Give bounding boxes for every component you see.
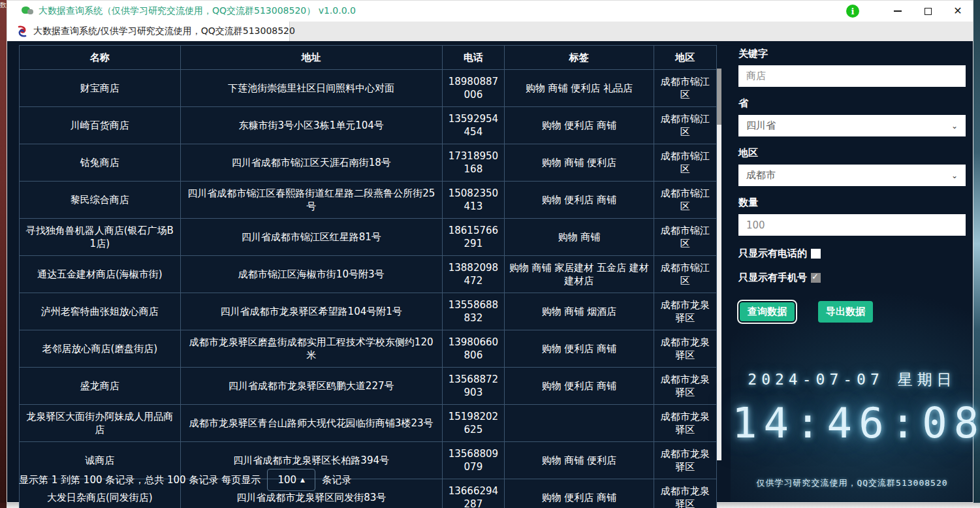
table-scrollbar[interactable]: [717, 69, 721, 460]
table-row[interactable]: 泸州老窖特曲张姐放心商店四川省成都市龙泉驿区希望路104号附1号13558688…: [20, 293, 717, 330]
table-cell: 四川省成都市龙泉驿区希望路104号附1号: [180, 293, 442, 330]
table-row[interactable]: 钴兔商店四川省成都市锦江区天涯石南街18号17318950168购物 商铺 便利…: [20, 144, 717, 182]
table-cell: 下莲池街崇德里社区日间照料中心对面: [180, 70, 442, 107]
tab-bar: 大数据查询系统/仅供学习研究交流使用，QQ交流群513008520: [7, 22, 973, 41]
table-cell: 成都市龙泉驿区磨盘街成都实用工程技术学校东侧约120米: [180, 330, 442, 368]
table-cell: 购物 商铺 便利店 礼品店: [505, 70, 654, 107]
main-content: 名称地址电话标签地区 财宝商店下莲池街崇德里社区日间照料中心对面18980887…: [7, 41, 973, 502]
maximize-button[interactable]: [913, 1, 943, 21]
quantity-input[interactable]: [738, 214, 966, 236]
search-sidebar: 关键字 省 四川省 ⌄ 地区 成都市 ⌄ 数量 只显示有电: [731, 41, 973, 502]
table-cell: 通达五金建材商店(海椒市街): [20, 256, 181, 293]
app-icon: [22, 5, 33, 17]
page-size-select[interactable]: 100 ▲: [267, 469, 315, 491]
column-header: 标签: [505, 46, 654, 70]
column-header: 电话: [442, 46, 504, 70]
table-cell: 13592954454: [442, 107, 504, 144]
region-select[interactable]: 成都市 ⌄: [738, 165, 966, 186]
results-table: 名称地址电话标签地区 财宝商店下莲池街崇德里社区日间照料中心对面18980887…: [19, 45, 717, 508]
mobile-only-checkbox[interactable]: [811, 273, 821, 283]
table-cell: 四川省成都市锦江区春熙路街道红星路二段燕鲁公所街25号: [180, 182, 442, 219]
region-label: 地区: [738, 147, 966, 159]
table-cell: 购物 商铺: [505, 219, 654, 256]
province-value: 四川省: [746, 119, 776, 132]
table-row[interactable]: 老邻居放心商店(磨盘街店)成都市龙泉驿区磨盘街成都实用工程技术学校东侧约120米…: [20, 330, 717, 368]
scrollbar-thumb[interactable]: [717, 69, 721, 125]
table-cell: 四川省成都市锦江区红星路81号: [180, 219, 442, 256]
phone-only-label: 只显示有电话的: [738, 247, 807, 260]
table-cell: 川崎百货商店: [20, 107, 181, 144]
window-title: 大数据查询系统（仅供学习研究交流使用，QQ交流群513008520） v1.0.…: [39, 5, 356, 17]
table-cell: 黎民综合商店: [20, 182, 181, 219]
table-row[interactable]: 川崎百货商店东糠市街3号小区3栋1单元104号13592954454购物 便利店…: [20, 107, 717, 144]
pagination-summary: 显示第 1 到第 100 条记录，总共 100 条记录 每页显示: [19, 474, 261, 486]
table-cell: 成都市龙泉驿区: [654, 330, 716, 368]
phone-only-checkbox[interactable]: [811, 249, 821, 259]
table-cell: 购物 便利店 商铺: [505, 330, 654, 368]
table-row[interactable]: 通达五金建材商店(海椒市街)成都市锦江区海椒市街10号附3号1388209847…: [20, 256, 717, 293]
query-data-button[interactable]: 查询数据: [738, 301, 796, 323]
page-size-arrow-icon: ▲: [300, 477, 305, 483]
region-value: 成都市: [746, 169, 776, 182]
column-header: 地址: [180, 46, 442, 70]
table-cell: 13882098472: [442, 256, 504, 293]
table-cell: 13980660806: [442, 330, 504, 368]
phone-only-row: 只显示有电话的: [738, 247, 966, 260]
table-cell: 购物 商铺 便利店: [505, 144, 654, 182]
table-cell: 13666294287: [442, 479, 504, 508]
close-icon: ✕: [953, 6, 962, 16]
table-cell: 购物 商铺 便利店: [505, 442, 654, 479]
desktop-icon-label-fragment: 数: [0, 1, 7, 8]
titlebar: 大数据查询系统（仅供学习研究交流使用，QQ交流群513008520） v1.0.…: [7, 1, 973, 22]
table-cell: 18615766291: [442, 219, 504, 256]
desktop-wallpaper-bottom-left: [0, 503, 7, 508]
info-icon[interactable]: i: [846, 5, 859, 18]
table-row[interactable]: 盛龙商店四川省成都市龙泉驿区鸥鹏大道227号13568872903购物 便利店 …: [20, 368, 717, 405]
table-row[interactable]: 寻找独角兽机器人商店(银石广场B1店)四川省成都市锦江区红星路81号186157…: [20, 219, 717, 256]
table-cell: [505, 405, 654, 442]
table-cell: 龙泉驿区大面街办阿妹成人用品商店: [20, 405, 181, 442]
table-cell: 购物 商铺 家居建材 五金店 建材 建材店: [505, 256, 654, 293]
table-cell: 购物 便利店 商铺: [505, 107, 654, 144]
table-cell: 东糠市街3号小区3栋1单元104号: [180, 107, 442, 144]
table-cell: 购物 便利店 商铺: [505, 368, 654, 405]
table-cell: 盛龙商店: [20, 368, 181, 405]
table-cell: 成都市锦江区: [654, 107, 716, 144]
clock-time: 14:46:08: [732, 399, 966, 447]
table-cell: 15082350413: [442, 182, 504, 219]
table-cell: 成都市锦江区海椒市街10号附3号: [180, 256, 442, 293]
pagination-unit: 条记录: [322, 474, 351, 486]
export-data-button[interactable]: 导出数据: [818, 301, 873, 323]
mobile-only-label: 只显示有手机号: [738, 272, 807, 284]
minimize-button[interactable]: [883, 1, 913, 21]
table-cell: 成都市龙泉驿区: [654, 442, 716, 479]
tab-main[interactable]: 大数据查询系统/仅供学习研究交流使用，QQ交流群513008520: [7, 22, 290, 41]
table-cell: 购物 便利店 商铺: [505, 182, 654, 219]
table-row[interactable]: 黎民综合商店四川省成都市锦江区春熙路街道红星路二段燕鲁公所街25号1508235…: [20, 182, 717, 219]
table-cell: 13568872903: [442, 368, 504, 405]
table-cell: 成都市锦江区: [654, 70, 716, 107]
table-cell: 购物 便利店 商铺: [505, 479, 654, 508]
quantity-label: 数量: [738, 197, 966, 209]
table-row[interactable]: 龙泉驿区大面街办阿妹成人用品商店成都市龙泉驿区青台山路师大现代花园临街商铺3楼2…: [20, 405, 717, 442]
table-cell: 钴兔商店: [20, 144, 181, 182]
province-select[interactable]: 四川省 ⌄: [738, 115, 966, 136]
table-cell: 成都市锦江区: [654, 182, 716, 219]
tab-label: 大数据查询系统/仅供学习研究交流使用，QQ交流群513008520: [33, 25, 295, 37]
app-window: 大数据查询系统（仅供学习研究交流使用，QQ交流群513008520） v1.0.…: [7, 0, 973, 503]
table-cell: 四川省成都市锦江区天涯石南街18号: [180, 144, 442, 182]
table-cell: 老邻居放心商店(磨盘街店): [20, 330, 181, 368]
table-row[interactable]: 财宝商店下莲池街崇德里社区日间照料中心对面18980887006购物 商铺 便利…: [20, 70, 717, 107]
sidebar-footer-text: 仅供学习研究交流使用，QQ交流群513008520: [738, 477, 966, 489]
mobile-only-row: 只显示有手机号: [738, 272, 966, 284]
table-cell: 15198202625: [442, 405, 504, 442]
close-button[interactable]: ✕: [943, 1, 973, 21]
table-cell: 成都市龙泉驿区: [654, 368, 716, 405]
chevron-down-icon: ⌄: [951, 121, 958, 131]
table-cell: 成都市龙泉驿区: [654, 293, 716, 330]
keyword-input[interactable]: [738, 65, 966, 87]
screen: 数 大数据查询系统（仅供学习研究交流使用，QQ交流群513008520） v1.…: [0, 0, 980, 508]
table-cell: 财宝商店: [20, 70, 181, 107]
keyword-label: 关键字: [738, 48, 966, 60]
pagination-bar: 显示第 1 到第 100 条记录，总共 100 条记录 每页显示 100 ▲ 条…: [19, 467, 351, 493]
